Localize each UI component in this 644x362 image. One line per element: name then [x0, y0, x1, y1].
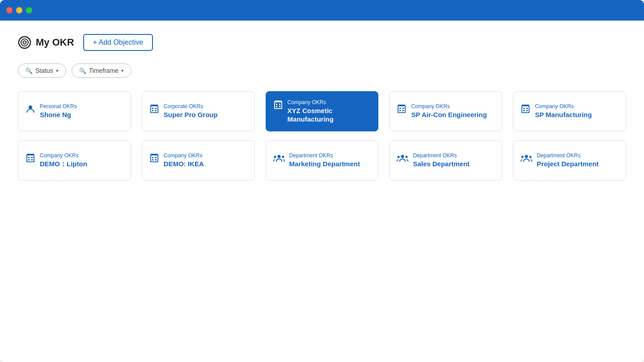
- okr-card-company-okrs-sp-manufacturing[interactable]: Company OKRs SP Manufacturing: [513, 91, 626, 131]
- card-text: Corporate OKRs Super Pro Group: [164, 103, 218, 119]
- traffic-light-close[interactable]: [6, 7, 13, 13]
- building-icon: [149, 104, 159, 116]
- svg-rect-4: [151, 106, 158, 113]
- card-name: Shone Ng: [40, 110, 77, 119]
- okr-card-corporate-okrs-superprogroup[interactable]: Corporate OKRs Super Pro Group: [142, 91, 255, 131]
- card-category: Company OKRs: [164, 152, 204, 159]
- chevron-down-icon-2: ▾: [121, 68, 124, 74]
- page-title-text: My OKR: [36, 37, 74, 48]
- svg-rect-11: [276, 104, 277, 105]
- svg-rect-8: [155, 110, 157, 111]
- card-header: Department OKRs Sales Department: [397, 152, 495, 168]
- svg-rect-33: [27, 154, 34, 155]
- svg-point-40: [277, 155, 280, 158]
- okr-card-company-okrs-xyz[interactable]: Company OKRs XYZ Cosmetic Manufacturing: [266, 91, 379, 131]
- chevron-down-icon: ▾: [56, 68, 59, 74]
- svg-rect-10: [275, 102, 282, 109]
- svg-rect-17: [399, 108, 401, 109]
- svg-rect-6: [155, 108, 157, 109]
- svg-rect-31: [28, 159, 30, 160]
- group-icon: [273, 153, 285, 165]
- svg-rect-27: [522, 105, 529, 106]
- okr-cards-grid: Personal OKRs Shone Ng Corporate OKRs Su…: [18, 91, 626, 181]
- svg-rect-16: [398, 106, 405, 113]
- traffic-light-minimize[interactable]: [16, 7, 22, 13]
- card-category: Department OKRs: [289, 152, 360, 159]
- timeframe-filter-button[interactable]: 🔍 Timeframe ▾: [72, 63, 131, 78]
- card-category: Company OKRs: [535, 103, 592, 109]
- status-filter-label: Status: [35, 67, 53, 74]
- svg-rect-36: [155, 157, 157, 158]
- card-name: Super Pro Group: [164, 110, 218, 119]
- svg-rect-24: [526, 108, 528, 109]
- main-content: My OKR + Add Objective 🔍 Status ▾ 🔍 Time…: [0, 21, 644, 362]
- okr-card-dept-okrs-sales[interactable]: Department OKRs Sales Department: [389, 140, 502, 181]
- svg-point-47: [521, 156, 524, 158]
- okr-card-company-okrs-sp-aircon[interactable]: Company OKRs SP Air-Con Engineering: [389, 91, 502, 131]
- add-objective-button[interactable]: + Add Objective: [83, 34, 153, 51]
- building-icon: [397, 104, 407, 116]
- app-window: My OKR + Add Objective 🔍 Status ▾ 🔍 Time…: [0, 0, 644, 362]
- svg-point-43: [401, 155, 404, 158]
- card-name: Sales Department: [413, 160, 470, 168]
- svg-rect-25: [523, 110, 525, 111]
- card-text: Department OKRs Marketing Department: [289, 152, 360, 168]
- card-text: Company OKRs DEMO: IKEA: [164, 152, 204, 168]
- svg-point-44: [398, 156, 400, 158]
- svg-point-41: [274, 156, 276, 158]
- card-name: DEMO：Lipton: [40, 160, 87, 168]
- svg-rect-39: [151, 154, 158, 155]
- svg-point-45: [406, 156, 408, 158]
- header-row: My OKR + Add Objective: [18, 34, 626, 51]
- card-header: Department OKRs Project Department: [521, 152, 619, 168]
- svg-rect-13: [276, 106, 277, 107]
- search-icon: 🔍: [25, 67, 33, 74]
- card-text: Company OKRs SP Air-Con Engineering: [411, 103, 487, 119]
- okr-card-dept-okrs-project[interactable]: Department OKRs Project Department: [513, 140, 626, 181]
- card-header: Department OKRs Marketing Department: [273, 152, 371, 168]
- svg-rect-12: [279, 104, 280, 105]
- okr-card-company-okrs-demo-lipton[interactable]: Company OKRs DEMO：Lipton: [18, 140, 131, 181]
- svg-rect-5: [152, 108, 153, 109]
- card-header: Company OKRs SP Air-Con Engineering: [397, 103, 495, 119]
- svg-point-3: [29, 105, 32, 109]
- card-category: Corporate OKRs: [164, 103, 218, 109]
- okr-icon: [18, 36, 31, 49]
- card-category: Personal OKRs: [40, 103, 77, 109]
- svg-rect-21: [398, 105, 405, 106]
- okr-card-dept-okrs-marketing[interactable]: Department OKRs Marketing Department: [266, 140, 379, 181]
- card-text: Personal OKRs Shone Ng: [40, 103, 77, 119]
- svg-rect-32: [31, 159, 33, 160]
- card-category: Company OKRs: [411, 103, 487, 109]
- svg-rect-35: [152, 157, 153, 158]
- svg-rect-19: [399, 110, 401, 111]
- card-category: Department OKRs: [413, 152, 470, 159]
- building-icon: [149, 153, 159, 165]
- search-icon-2: 🔍: [79, 67, 86, 74]
- status-filter-button[interactable]: 🔍 Status ▾: [18, 63, 66, 78]
- traffic-light-maximize[interactable]: [26, 7, 32, 13]
- svg-point-42: [282, 156, 284, 158]
- building-icon: [521, 104, 530, 116]
- svg-rect-9: [151, 105, 158, 106]
- building-icon: [25, 153, 35, 165]
- okr-card-personal-okrs[interactable]: Personal OKRs Shone Ng: [18, 91, 131, 131]
- card-text: Department OKRs Sales Department: [413, 152, 470, 168]
- svg-rect-18: [402, 108, 404, 109]
- svg-rect-15: [275, 101, 282, 102]
- card-name: Marketing Department: [289, 160, 360, 168]
- svg-rect-37: [152, 159, 153, 160]
- svg-rect-29: [28, 157, 30, 158]
- card-category: Company OKRs: [40, 152, 87, 159]
- card-header: Corporate OKRs Super Pro Group: [149, 103, 247, 119]
- card-name: DEMO: IKEA: [164, 160, 204, 168]
- svg-rect-26: [526, 110, 528, 111]
- svg-rect-7: [152, 110, 153, 111]
- card-name: Project Department: [537, 160, 598, 168]
- title-bar: [0, 0, 644, 21]
- svg-point-2: [23, 41, 26, 44]
- svg-point-0: [19, 37, 30, 48]
- person-icon: [25, 104, 35, 116]
- timeframe-filter-label: Timeframe: [89, 67, 119, 74]
- okr-card-company-okrs-demo-ikea[interactable]: Company OKRs DEMO: IKEA: [142, 140, 255, 181]
